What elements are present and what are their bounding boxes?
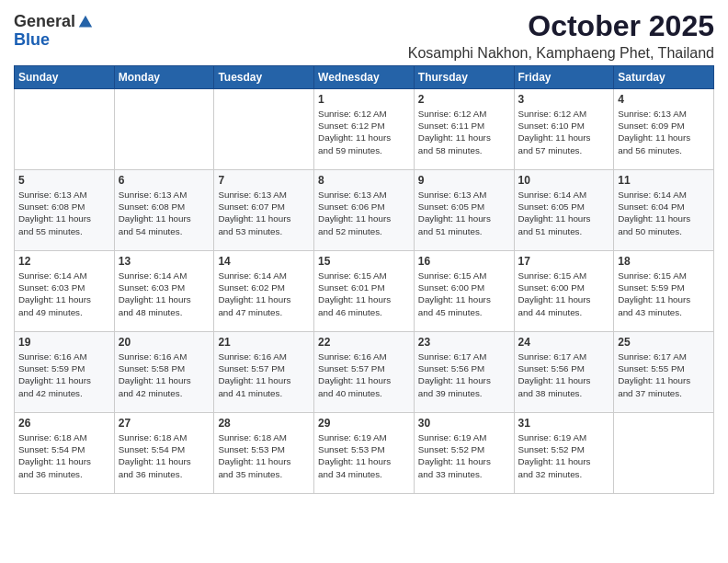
weekday-header-monday: Monday <box>114 66 214 89</box>
day-info: Sunrise: 6:15 AM Sunset: 6:00 PM Dayligh… <box>418 270 510 318</box>
logo-general: General <box>14 13 75 31</box>
calendar-cell: 14Sunrise: 6:14 AM Sunset: 6:02 PM Dayli… <box>214 251 314 332</box>
day-info: Sunrise: 6:14 AM Sunset: 6:02 PM Dayligh… <box>218 270 310 318</box>
day-info: Sunrise: 6:16 AM Sunset: 5:58 PM Dayligh… <box>119 350 210 399</box>
day-number: 29 <box>318 417 410 430</box>
weekday-header-thursday: Thursday <box>414 66 514 89</box>
day-number: 14 <box>218 255 310 268</box>
day-number: 3 <box>518 93 610 106</box>
day-info: Sunrise: 6:14 AM Sunset: 6:03 PM Dayligh… <box>119 270 210 318</box>
day-number: 6 <box>119 174 210 187</box>
calendar-cell: 3Sunrise: 6:12 AM Sunset: 6:10 PM Daylig… <box>514 89 614 170</box>
day-info: Sunrise: 6:19 AM Sunset: 5:53 PM Dayligh… <box>318 431 410 480</box>
logo-icon <box>77 14 94 30</box>
day-number: 15 <box>318 255 410 268</box>
calendar-cell: 24Sunrise: 6:17 AM Sunset: 5:56 PM Dayli… <box>514 332 614 413</box>
day-info: Sunrise: 6:19 AM Sunset: 5:52 PM Dayligh… <box>518 431 610 480</box>
day-number: 21 <box>218 336 310 349</box>
main-title: October 2025 <box>408 9 714 43</box>
day-number: 22 <box>318 336 410 349</box>
day-info: Sunrise: 6:13 AM Sunset: 6:06 PM Dayligh… <box>318 189 410 237</box>
day-number: 30 <box>418 417 510 430</box>
svg-marker-0 <box>79 16 92 28</box>
logo: General Blue <box>14 13 94 50</box>
calendar-cell: 26Sunrise: 6:18 AM Sunset: 5:54 PM Dayli… <box>15 413 115 494</box>
day-number: 26 <box>18 417 110 430</box>
day-number: 16 <box>418 255 510 268</box>
weekday-header-row: SundayMondayTuesdayWednesdayThursdayFrid… <box>15 66 714 89</box>
day-info: Sunrise: 6:17 AM Sunset: 5:56 PM Dayligh… <box>518 350 610 399</box>
day-info: Sunrise: 6:17 AM Sunset: 5:56 PM Dayligh… <box>418 350 510 399</box>
calendar-cell: 20Sunrise: 6:16 AM Sunset: 5:58 PM Dayli… <box>114 332 214 413</box>
calendar-cell: 13Sunrise: 6:14 AM Sunset: 6:03 PM Dayli… <box>114 251 214 332</box>
calendar-cell: 31Sunrise: 6:19 AM Sunset: 5:52 PM Dayli… <box>514 413 614 494</box>
subtitle: Kosamphi Nakhon, Kamphaeng Phet, Thailan… <box>408 45 714 62</box>
day-number: 8 <box>318 174 410 187</box>
calendar-cell <box>114 89 214 170</box>
calendar-cell: 15Sunrise: 6:15 AM Sunset: 6:01 PM Dayli… <box>314 251 415 332</box>
calendar-cell: 30Sunrise: 6:19 AM Sunset: 5:52 PM Dayli… <box>414 413 514 494</box>
day-number: 28 <box>218 417 310 430</box>
calendar-cell: 1Sunrise: 6:12 AM Sunset: 6:12 PM Daylig… <box>314 89 415 170</box>
calendar-cell: 16Sunrise: 6:15 AM Sunset: 6:00 PM Dayli… <box>414 251 514 332</box>
weekday-header-friday: Friday <box>514 66 614 89</box>
calendar-cell: 19Sunrise: 6:16 AM Sunset: 5:59 PM Dayli… <box>15 332 115 413</box>
calendar-cell: 25Sunrise: 6:17 AM Sunset: 5:55 PM Dayli… <box>614 332 714 413</box>
day-number: 12 <box>18 255 110 268</box>
day-number: 23 <box>418 336 510 349</box>
calendar-cell: 2Sunrise: 6:12 AM Sunset: 6:11 PM Daylig… <box>414 89 514 170</box>
calendar-cell <box>15 89 115 170</box>
calendar-cell: 10Sunrise: 6:14 AM Sunset: 6:05 PM Dayli… <box>514 170 614 251</box>
day-number: 7 <box>218 174 310 187</box>
day-number: 13 <box>119 255 210 268</box>
day-info: Sunrise: 6:16 AM Sunset: 5:59 PM Dayligh… <box>18 350 110 399</box>
weekday-header-sunday: Sunday <box>15 66 115 89</box>
day-info: Sunrise: 6:12 AM Sunset: 6:12 PM Dayligh… <box>318 108 410 156</box>
week-row-5: 26Sunrise: 6:18 AM Sunset: 5:54 PM Dayli… <box>15 413 714 494</box>
day-info: Sunrise: 6:15 AM Sunset: 6:00 PM Dayligh… <box>518 270 610 318</box>
calendar-cell <box>214 89 314 170</box>
day-info: Sunrise: 6:18 AM Sunset: 5:54 PM Dayligh… <box>18 431 110 480</box>
day-number: 18 <box>618 255 710 268</box>
day-number: 24 <box>518 336 610 349</box>
day-info: Sunrise: 6:18 AM Sunset: 5:54 PM Dayligh… <box>119 431 210 480</box>
day-info: Sunrise: 6:16 AM Sunset: 5:57 PM Dayligh… <box>318 350 410 399</box>
calendar-cell: 5Sunrise: 6:13 AM Sunset: 6:08 PM Daylig… <box>15 170 115 251</box>
day-info: Sunrise: 6:13 AM Sunset: 6:08 PM Dayligh… <box>18 189 110 237</box>
day-info: Sunrise: 6:14 AM Sunset: 6:03 PM Dayligh… <box>18 270 110 318</box>
week-row-2: 5Sunrise: 6:13 AM Sunset: 6:08 PM Daylig… <box>15 170 714 251</box>
day-number: 2 <box>418 93 510 106</box>
day-info: Sunrise: 6:12 AM Sunset: 6:10 PM Dayligh… <box>518 108 610 156</box>
calendar-cell: 4Sunrise: 6:13 AM Sunset: 6:09 PM Daylig… <box>614 89 714 170</box>
calendar: SundayMondayTuesdayWednesdayThursdayFrid… <box>14 65 714 494</box>
day-number: 31 <box>518 417 610 430</box>
day-number: 9 <box>418 174 510 187</box>
calendar-cell: 28Sunrise: 6:18 AM Sunset: 5:53 PM Dayli… <box>214 413 314 494</box>
day-info: Sunrise: 6:15 AM Sunset: 5:59 PM Dayligh… <box>618 270 710 318</box>
logo-blue: Blue <box>14 30 50 49</box>
calendar-cell: 6Sunrise: 6:13 AM Sunset: 6:08 PM Daylig… <box>114 170 214 251</box>
page: General Blue October 2025 Kosamphi Nakho… <box>0 0 728 503</box>
day-number: 1 <box>318 93 410 106</box>
week-row-1: 1Sunrise: 6:12 AM Sunset: 6:12 PM Daylig… <box>15 89 714 170</box>
calendar-cell <box>614 413 714 494</box>
calendar-cell: 22Sunrise: 6:16 AM Sunset: 5:57 PM Dayli… <box>314 332 415 413</box>
calendar-cell: 8Sunrise: 6:13 AM Sunset: 6:06 PM Daylig… <box>314 170 415 251</box>
calendar-cell: 29Sunrise: 6:19 AM Sunset: 5:53 PM Dayli… <box>314 413 415 494</box>
day-number: 27 <box>119 417 210 430</box>
calendar-cell: 12Sunrise: 6:14 AM Sunset: 6:03 PM Dayli… <box>15 251 115 332</box>
weekday-header-tuesday: Tuesday <box>214 66 314 89</box>
calendar-cell: 27Sunrise: 6:18 AM Sunset: 5:54 PM Dayli… <box>114 413 214 494</box>
header: General Blue October 2025 Kosamphi Nakho… <box>14 9 714 62</box>
day-number: 20 <box>119 336 210 349</box>
week-row-3: 12Sunrise: 6:14 AM Sunset: 6:03 PM Dayli… <box>15 251 714 332</box>
day-info: Sunrise: 6:16 AM Sunset: 5:57 PM Dayligh… <box>218 350 310 399</box>
day-info: Sunrise: 6:17 AM Sunset: 5:55 PM Dayligh… <box>618 350 710 399</box>
day-info: Sunrise: 6:12 AM Sunset: 6:11 PM Dayligh… <box>418 108 510 156</box>
calendar-cell: 17Sunrise: 6:15 AM Sunset: 6:00 PM Dayli… <box>514 251 614 332</box>
weekday-header-wednesday: Wednesday <box>314 66 415 89</box>
week-row-4: 19Sunrise: 6:16 AM Sunset: 5:59 PM Dayli… <box>15 332 714 413</box>
calendar-cell: 18Sunrise: 6:15 AM Sunset: 5:59 PM Dayli… <box>614 251 714 332</box>
day-info: Sunrise: 6:13 AM Sunset: 6:07 PM Dayligh… <box>218 189 310 237</box>
day-info: Sunrise: 6:19 AM Sunset: 5:52 PM Dayligh… <box>418 431 510 480</box>
